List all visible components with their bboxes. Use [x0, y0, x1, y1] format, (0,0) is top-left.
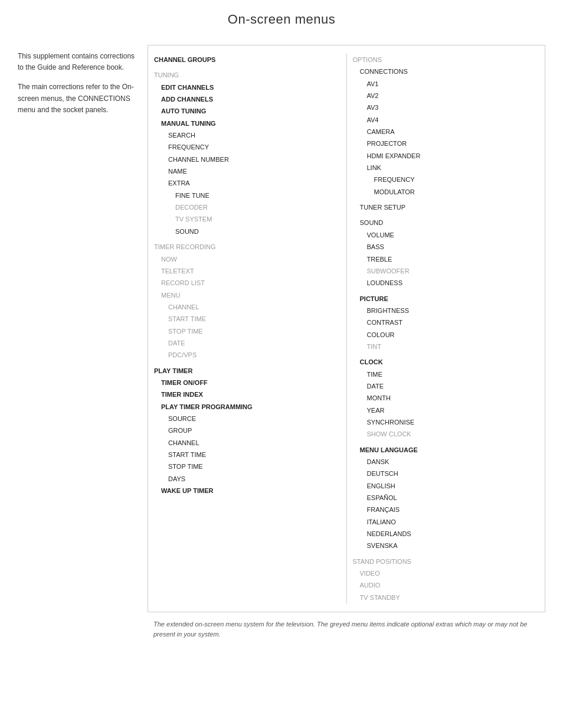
left-text: This supplement contains corrections to …	[18, 45, 136, 612]
menu-item: YEAR	[353, 404, 539, 416]
caption: The extended on-screen menu system for t…	[136, 612, 549, 639]
menu-item: TELETEXT	[154, 265, 341, 277]
menu-item: TUNER SETUP	[353, 201, 539, 213]
menu-item: NOW	[154, 253, 341, 265]
menu-item: SOURCE	[154, 413, 341, 425]
menu-item: TREBLE	[353, 253, 539, 265]
menu-item: SYNCHRONISE	[353, 416, 539, 428]
menu-item: FINE TUNE	[154, 190, 341, 201]
menu-item: MONTH	[353, 392, 539, 404]
menu-item: SHOW CLOCK	[353, 428, 539, 440]
menu-item: ENGLISH	[353, 480, 539, 492]
menu-item: CHANNEL	[154, 437, 341, 449]
menu-item: DAYS	[154, 473, 341, 485]
menu-item: TIME	[353, 368, 539, 380]
menu-item: DATE	[154, 337, 341, 349]
menu-item: SVENSKA	[353, 540, 539, 551]
menu-item: BRIGHTNESS	[353, 305, 539, 316]
menu-item: VOLUME	[353, 229, 539, 241]
menu-item: START TIME	[154, 449, 341, 461]
menu-item: WAKE UP TIMER	[154, 485, 341, 497]
menu-item: AUTO TUNING	[154, 105, 341, 117]
menu-item: ADD CHANNELS	[154, 93, 341, 105]
menu-item: TUNING	[154, 69, 341, 81]
menu-item: AUDIO	[353, 579, 539, 591]
menu-item: SEARCH	[154, 129, 341, 141]
menu-item: CHANNEL NUMBER	[154, 154, 341, 165]
menu-item: ITALIANO	[353, 516, 539, 528]
menu-item: VIDEO	[353, 567, 539, 579]
menu-item: STAND POSITIONS	[353, 556, 539, 567]
menu-item: EXTRA	[154, 177, 341, 189]
menu-item: PICTURE	[353, 293, 539, 305]
menu-item: SOUND	[353, 217, 539, 228]
menu-item: DECODER	[154, 201, 341, 213]
menu-item: ESPAÑOL	[353, 492, 539, 504]
menu-item: FRANÇAIS	[353, 504, 539, 515]
menu-item: TIMER RECORDING	[154, 241, 341, 253]
menu-item: FREQUENCY	[154, 141, 341, 153]
menu-item: CONTRAST	[353, 316, 539, 328]
menu-item: RECORD LIST	[154, 277, 341, 289]
menu-item: CONNECTIONS	[353, 66, 539, 77]
menu-item: DEUTSCH	[353, 468, 539, 479]
menu-item: AV1	[353, 78, 539, 90]
menu-item: LOUDNESS	[353, 277, 539, 289]
menu-item: TINT	[353, 341, 539, 352]
menu-item: NEDERLANDS	[353, 528, 539, 540]
menu-item: TIMER ON/OFF	[154, 377, 341, 389]
right-menu-col: OPTIONSCONNECTIONSAV1AV2AV3AV4CAMERAPROJ…	[347, 54, 545, 603]
menu-item: STOP TIME	[154, 461, 341, 472]
menu-item: SOUND	[154, 226, 341, 237]
menu-item: TV STANDBY	[353, 592, 539, 603]
menu-item: GROUP	[154, 425, 341, 436]
menu-item: TIMER INDEX	[154, 389, 341, 400]
left-menu-col: CHANNEL GROUPSTUNINGEDIT CHANNELSADD CHA…	[148, 54, 347, 603]
menu-item: CLOCK	[353, 356, 539, 368]
page-title: On-screen menus	[0, 0, 563, 45]
menu-item: PLAY TIMER	[154, 365, 341, 377]
menu-item: FREQUENCY	[353, 174, 539, 185]
menu-item: EDIT CHANNELS	[154, 81, 341, 93]
menu-box: CHANNEL GROUPSTUNINGEDIT CHANNELSADD CHA…	[148, 45, 545, 612]
menu-item: DATE	[353, 380, 539, 392]
left-para-1: This supplement contains corrections to …	[18, 51, 136, 73]
left-para-2: The main corrections refer to the On-scr…	[18, 81, 136, 116]
menu-item: PDC/VPS	[154, 349, 341, 361]
menu-item: CHANNEL	[154, 301, 341, 313]
menu-item: OPTIONS	[353, 54, 539, 66]
menu-item: PLAY TIMER PROGRAMMING	[154, 401, 341, 413]
menu-item: START TIME	[154, 313, 341, 325]
menu-item: NAME	[154, 165, 341, 177]
menu-item: SUBWOOFER	[353, 265, 539, 277]
menu-item: MODULATOR	[353, 186, 539, 198]
menu-item: STOP TIME	[154, 325, 341, 337]
menu-item: CAMERA	[353, 126, 539, 138]
menu-item: HDMI EXPANDER	[353, 150, 539, 162]
menu-item: MENU	[154, 289, 341, 301]
menu-item: LINK	[353, 162, 539, 174]
menu-item: AV3	[353, 102, 539, 113]
menu-item: COLOUR	[353, 329, 539, 341]
menu-item: MANUAL TUNING	[154, 117, 341, 129]
menu-item: CHANNEL GROUPS	[154, 54, 341, 66]
menu-item: DANSK	[353, 456, 539, 468]
menu-item: TV SYSTEM	[154, 213, 341, 225]
menu-item: BASS	[353, 241, 539, 253]
menu-item: AV2	[353, 90, 539, 102]
menu-item: AV4	[353, 114, 539, 126]
menu-item: PROJECTOR	[353, 138, 539, 149]
menu-item: MENU LANGUAGE	[353, 444, 539, 456]
